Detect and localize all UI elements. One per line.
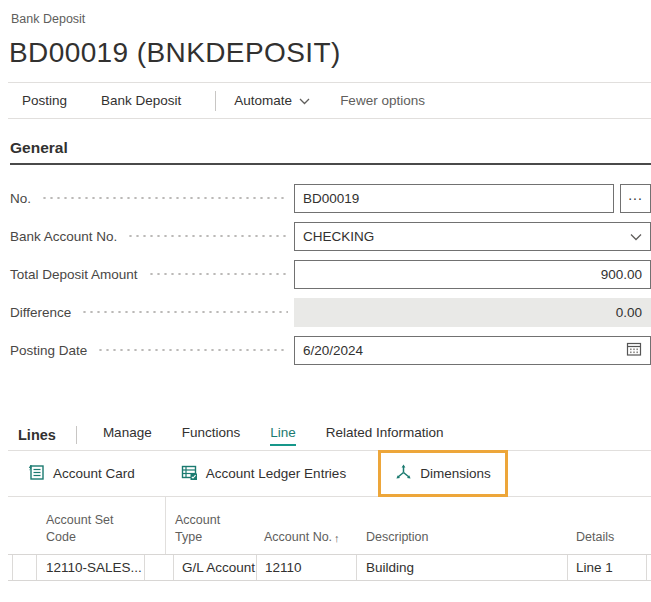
dotted-leader [81, 311, 288, 313]
cell-account-set-code[interactable]: 12110-SALES... [37, 555, 145, 580]
dotted-leader [127, 235, 288, 237]
chevron-down-icon [299, 93, 310, 108]
lines-toolbar: Account Card Account Ledger Entries [8, 450, 651, 497]
account-card-label: Account Card [53, 466, 135, 481]
row-select-cell[interactable] [12, 555, 37, 580]
calendar-icon[interactable] [626, 341, 642, 360]
header-account-no[interactable]: Account No. ↑ [257, 497, 357, 554]
posting-date-value: 6/20/2024 [303, 343, 363, 358]
no-field-row: No. BD00019 ... [10, 179, 651, 217]
dotted-leader [97, 349, 288, 351]
automate-menu[interactable]: Automate [234, 93, 310, 108]
header-details[interactable]: Details [568, 497, 647, 554]
account-card-icon [28, 464, 45, 484]
total-deposit-amount-field[interactable]: 900.00 [294, 260, 651, 289]
total-deposit-amount-field-row: Total Deposit Amount 900.00 [10, 255, 651, 293]
cell-details[interactable]: Line 1 [568, 555, 647, 580]
bank-account-no-field[interactable]: CHECKING [294, 222, 651, 251]
no-field[interactable]: BD00019 [294, 184, 614, 213]
header-select-column [12, 497, 37, 554]
cell-account-no[interactable]: 12110 [257, 555, 357, 580]
difference-field-label: Difference [10, 305, 71, 320]
no-assist-edit-button[interactable]: ... [620, 184, 651, 213]
breadcrumb: Bank Deposit [11, 12, 651, 26]
page-title: BD00019 (BNKDEPOSIT) [9, 37, 651, 69]
dimensions-label: Dimensions [420, 466, 491, 481]
action-bar: Posting Bank Deposit Automate Fewer opti… [8, 82, 651, 119]
sort-ascending-icon: ↑ [334, 531, 340, 546]
posting-date-field-label: Posting Date [10, 343, 87, 358]
no-field-label: No. [10, 191, 31, 206]
lines-grid-header: Account Set Code Account Type Account No… [8, 497, 651, 554]
account-ledger-entries-button[interactable]: Account Ledger Entries [181, 464, 346, 484]
lines-section-bar: Lines Manage Functions Line Related Info… [18, 422, 651, 448]
header-description[interactable]: Description [357, 497, 568, 554]
table-row[interactable]: 12110-SALES... G/L Account 12110 Buildin… [8, 554, 651, 581]
account-card-button[interactable]: Account Card [28, 464, 135, 484]
lines-divider [76, 426, 77, 444]
difference-field-row: Difference 0.00 [10, 293, 651, 331]
bank-deposit-menu[interactable]: Bank Deposit [101, 93, 181, 108]
account-ledger-entries-label: Account Ledger Entries [206, 466, 346, 481]
dotted-leader [148, 273, 288, 275]
general-fields: No. BD00019 ... Bank Account No. CHECKIN… [8, 179, 651, 369]
dotted-leader [41, 197, 288, 199]
posting-date-field-row: Posting Date 6/20/2024 [10, 331, 651, 369]
action-bar-divider [215, 91, 216, 111]
bank-account-no-field-row: Bank Account No. CHECKING [10, 217, 651, 255]
header-account-set-code[interactable]: Account Set Code [37, 497, 166, 554]
difference-field: 0.00 [294, 298, 651, 327]
tab-manage[interactable]: Manage [103, 425, 152, 446]
header-account-type[interactable]: Account Type [166, 497, 257, 554]
fewer-options-button[interactable]: Fewer options [340, 93, 425, 108]
dimensions-icon [395, 464, 412, 484]
lines-section-heading[interactable]: Lines [18, 427, 56, 443]
automate-label: Automate [234, 93, 292, 108]
bank-account-no-value: CHECKING [303, 229, 374, 244]
posting-menu[interactable]: Posting [22, 93, 67, 108]
dimensions-highlight-box: Dimensions [378, 450, 508, 497]
total-deposit-amount-field-label: Total Deposit Amount [10, 267, 138, 282]
posting-date-field[interactable]: 6/20/2024 [294, 336, 651, 365]
tab-line[interactable]: Line [270, 425, 296, 446]
general-section-heading[interactable]: General [10, 139, 651, 165]
bank-account-no-field-label: Bank Account No. [10, 229, 117, 244]
tab-functions[interactable]: Functions [182, 425, 241, 446]
tab-related-information[interactable]: Related Information [326, 425, 444, 446]
cell-account-type[interactable]: G/L Account [174, 555, 257, 580]
cell-description[interactable]: Building [357, 555, 568, 580]
dimensions-button[interactable]: Dimensions [395, 464, 491, 484]
ledger-entries-icon [181, 464, 198, 484]
cell-spacer [145, 555, 174, 580]
chevron-down-icon[interactable] [630, 229, 642, 244]
